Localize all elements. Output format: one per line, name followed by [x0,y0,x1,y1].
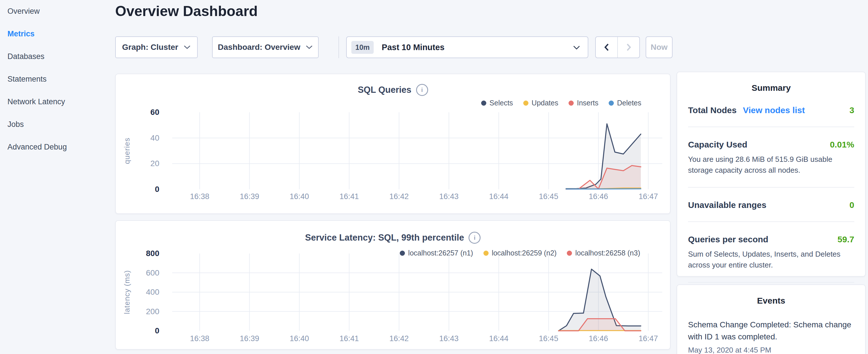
x-tick-label: 16:43 [439,192,459,201]
sidebar-item-network-latency[interactable]: Network Latency [0,91,115,113]
y-axis-label: queries [123,137,131,164]
page-title: Overview Dashboard [115,3,258,20]
x-tick-label: 16:44 [489,192,509,201]
x-tick-label: 16:42 [390,192,409,201]
chevron-down-icon [573,45,580,50]
queries-per-second-row: Queries per second 59.7 [688,234,854,244]
dashboard-dropdown[interactable]: Dashboard: Overview [212,36,319,58]
dashboard-dropdown-label: Dashboard: Overview [218,43,300,52]
capacity-used-label: Capacity Used [688,140,747,150]
total-nodes-value: 3 [849,105,854,115]
sidebar-item-overview[interactable]: Overview [0,0,115,23]
graph-dropdown[interactable]: Graph: Cluster [115,36,198,58]
view-nodes-list-link[interactable]: View nodes list [743,105,805,115]
x-tick-label: 16:40 [290,192,309,201]
total-nodes-label: Total Nodes [688,105,737,115]
x-tick-label: 16:40 [290,334,309,343]
queries-per-second-value: 59.7 [838,234,854,244]
event-timestamp: May 13, 2020 at 4:45 PM [688,346,854,354]
divider [688,127,854,127]
x-tick-label: 16:39 [240,192,259,201]
event-item[interactable]: Schema Change Completed: Schema change w… [688,319,854,343]
chevron-left-icon [604,43,610,52]
capacity-used-row: Capacity Used 0.01% [688,140,854,150]
sql-queries-card: SQL Queries i SelectsUpdatesInsertsDelet… [115,74,671,214]
y-tick-label: 400 [146,288,159,296]
queries-per-second-label: Queries per second [688,234,768,244]
toolbar-divider [338,36,339,58]
summary-title: Summary [688,83,854,93]
unavailable-ranges-value: 0 [849,200,854,210]
toolbar: Graph: Cluster Dashboard: Overview 10m P… [0,36,868,58]
x-tick-label: 16:42 [390,334,409,343]
chevron-down-icon [183,45,191,50]
x-tick-label: 16:38 [190,334,210,343]
latency-chart[interactable]: 16:3816:3916:4016:4116:4216:4316:4416:45… [116,221,671,350]
sidebar-item-jobs[interactable]: Jobs [0,113,115,136]
sidebar-item-advanced-debug[interactable]: Advanced Debug [0,136,115,158]
time-range-selector[interactable]: 10m Past 10 Minutes [346,36,588,58]
app-root: OverviewMetricsDatabasesStatementsNetwor… [0,0,868,354]
divider [688,187,854,188]
chevron-down-icon [306,45,313,50]
capacity-used-description: You are using 28.6 MiB of 515.9 GiB usab… [688,154,854,175]
unavailable-ranges-label: Unavailable ranges [688,200,766,210]
y-tick-label: 800 [146,249,159,258]
x-tick-label: 16:46 [589,192,608,201]
divider [688,282,854,283]
graph-dropdown-label: Graph: Cluster [122,43,178,52]
y-tick-label: 0 [155,326,159,335]
now-button-label: Now [651,43,668,52]
time-pager [595,36,640,58]
series-line [566,189,641,189]
x-tick-label: 16:44 [489,334,509,343]
x-tick-label: 16:47 [639,334,658,343]
events-title: Events [688,296,854,305]
y-tick-label: 60 [150,108,159,117]
now-button[interactable]: Now [646,36,673,58]
x-tick-label: 16:41 [340,192,359,201]
y-tick-label: 200 [146,307,159,316]
queries-per-second-description: Sum of Selects, Updates, Inserts, and De… [688,249,854,270]
x-tick-label: 16:45 [539,192,559,201]
next-interval-button[interactable] [617,37,639,58]
y-tick-label: 40 [150,133,159,142]
y-tick-label: 20 [150,159,159,168]
unavailable-ranges-row: Unavailable ranges 0 [688,200,854,210]
x-tick-label: 16:45 [539,334,559,343]
x-tick-label: 16:41 [340,334,359,343]
time-range-label: Past 10 Minutes [382,43,444,52]
x-tick-label: 16:39 [240,334,259,343]
x-tick-label: 16:47 [639,192,658,201]
events-panel: Events Schema Change Completed: Schema c… [677,284,866,354]
sidebar-item-statements[interactable]: Statements [0,68,115,91]
x-tick-label: 16:46 [589,334,608,343]
y-tick-label: 0 [155,185,159,194]
capacity-used-value: 0.01% [830,140,854,150]
service-latency-card: Service Latency: SQL, 99th percentile i … [115,220,671,350]
prev-interval-button[interactable] [596,37,617,58]
summary-panel: Summary Total Nodes View nodes list 3 Ca… [677,72,866,277]
chevron-right-icon [626,43,631,52]
y-axis-label: latency (ms) [123,270,131,314]
total-nodes-row: Total Nodes View nodes list 3 [688,105,854,115]
time-range-badge: 10m [351,41,374,54]
x-tick-label: 16:43 [439,334,459,343]
sql-queries-chart[interactable]: 16:3816:3916:4016:4116:4216:4316:4416:45… [116,74,671,215]
x-tick-label: 16:38 [190,192,210,201]
divider [688,221,854,222]
y-tick-label: 600 [146,268,159,277]
